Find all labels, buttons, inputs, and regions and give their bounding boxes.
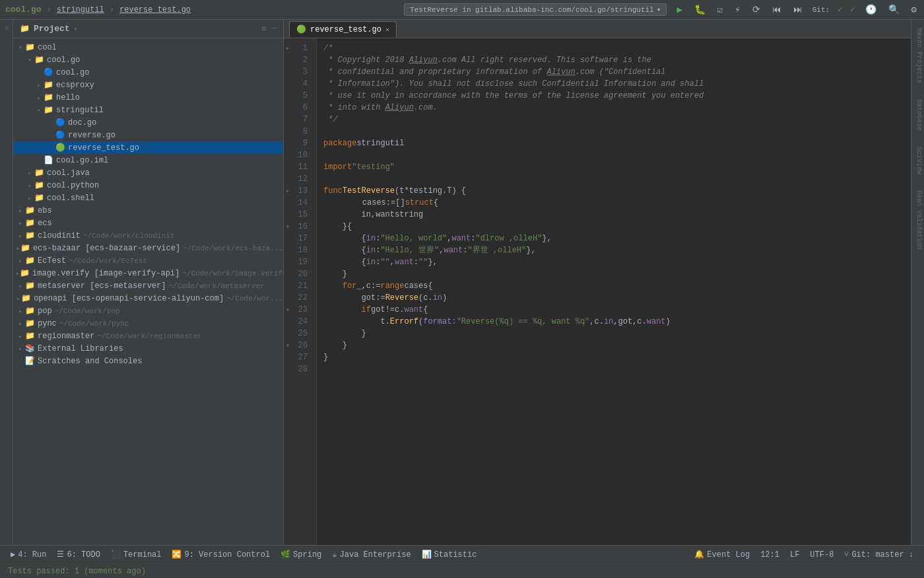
right-sidebar: Maven Projects Database SciView Bean Val… (911, 20, 924, 545)
folder-icon: 📁 (25, 218, 35, 228)
breadcrumb-file[interactable]: reverse_test.go (119, 5, 191, 15)
tree-item-reversetestgo[interactable]: 🟢 reverse_test.go (13, 141, 283, 154)
tree-container[interactable]: ▾ 📁 cool ▾ 📁 cool.go 🔵 cool.go ▸ 📁 ecspr… (13, 38, 283, 545)
je-status-label: Java Enterprise (340, 550, 411, 560)
tree-item-metaserver[interactable]: ▸ 📁 metaserver [ecs-metaserver] ~/Code/w… (13, 279, 283, 292)
status-encoding[interactable]: UTF-8 (805, 546, 839, 564)
terminal-status-icon: ⬛ (111, 550, 121, 560)
tree-item-ectest[interactable]: ▸ 📁 EcTest ~/Code/work/EcTest (13, 254, 283, 267)
code-line-27: } (323, 351, 911, 363)
tree-label: pop (38, 307, 52, 316)
search-icon[interactable]: 🔍 (886, 3, 902, 17)
sciview-label[interactable]: SciView (911, 139, 924, 182)
status-spring[interactable]: 🌿 Spring (275, 546, 327, 564)
status-version-control[interactable]: 🔀 9: Version Control (166, 546, 275, 564)
fold-26[interactable]: ▾ (284, 342, 292, 349)
todo-status-label: 6: TODO (67, 550, 100, 560)
tree-item-coolshell[interactable]: ▸ 📁 cool.shell (13, 192, 283, 204)
bottom-bar: Tests passed: 1 (moments ago) (0, 563, 924, 578)
tree-label: metaserver [ecs-metaserver] (38, 281, 166, 291)
tree-item-iml[interactable]: 📄 cool.go.iml (13, 154, 283, 166)
tree-item-extlibs[interactable]: ▸ 📚 External Libraries (13, 342, 283, 355)
tab-reverse-test[interactable]: 🟢 reverse_test.go ✕ (289, 21, 397, 38)
tree-arrow: ▸ (16, 295, 21, 303)
sidebar-icons-left: ≡ (0, 20, 13, 545)
tree-item-coolgo[interactable]: ▾ 📁 cool.go (13, 54, 283, 66)
gear-icon[interactable]: ⚙ (262, 24, 267, 34)
run-status-label: 4: Run (18, 550, 46, 560)
tree-label: reverse_test.go (68, 143, 139, 153)
status-statistic[interactable]: 📊 Statistic (416, 546, 482, 564)
tree-item-openapi[interactable]: ▸ 📁 openapi [ecs-openapi-service-aliyun-… (13, 292, 283, 305)
fold-13[interactable]: ▸ (284, 187, 292, 195)
tree-item-ebs[interactable]: ▸ 📁 ebs (13, 204, 283, 217)
maven-projects-label[interactable]: Maven Projects (911, 20, 924, 91)
go-file-icon: 🔵 (44, 67, 53, 77)
run-button[interactable]: ▶ (675, 3, 684, 17)
fold-23[interactable]: ▾ (284, 306, 292, 314)
tree-item-ecs[interactable]: ▸ 📁 ecs (13, 217, 283, 229)
breadcrumb-sep2: › (110, 5, 114, 15)
tree-item-reversego[interactable]: 🔵 reverse.go (13, 129, 283, 141)
tree-arrow: ▸ (34, 94, 44, 102)
status-todo[interactable]: ☰ 6: TODO (51, 546, 105, 564)
project-folder-icon: 📁 (20, 24, 30, 34)
fold-1[interactable]: ▸ (284, 44, 292, 52)
status-run[interactable]: ▶ 4: Run (5, 546, 51, 564)
git-history-icon[interactable]: 🕐 (863, 3, 878, 17)
editor-tabs-row: 🟢 reverse_test.go ✕ (284, 20, 911, 38)
folder-icon: 📁 (20, 268, 30, 278)
toolbar-icon1[interactable]: ⟳ (750, 3, 762, 17)
folder-icon: 📁 (25, 205, 35, 215)
tree-item-cooljava[interactable]: ▸ 📁 cool.java (13, 166, 283, 179)
terminal-status-label: Terminal (123, 550, 162, 560)
status-git-branch[interactable]: ⑂ Git: master ↓ (839, 546, 919, 564)
profile-button[interactable]: ⚡ (733, 3, 742, 17)
tree-item-root[interactable]: ▾ 📁 cool (13, 41, 283, 54)
tree-hint: ~/Code/work/EcTest (69, 257, 147, 265)
tree-item-coolpython[interactable]: ▸ 📁 cool.python (13, 179, 283, 192)
tree-item-pync[interactable]: ▸ 📁 pync ~/Code/work/pync (13, 317, 283, 330)
bean-validation-label[interactable]: Bean Validation (911, 182, 924, 258)
settings-icon[interactable]: ⚙ (909, 3, 919, 17)
minimize-icon[interactable]: — (272, 24, 277, 34)
tree-item-hello[interactable]: ▸ 📁 hello (13, 91, 283, 104)
code-line-28 (323, 363, 911, 375)
status-java-enterprise[interactable]: ☕ Java Enterprise (327, 546, 416, 564)
event-log-icon: 🔔 (694, 550, 704, 560)
tree-item-scratches[interactable]: 📝 Scratches and Consoles (13, 355, 283, 367)
folder-icon: 📁 (44, 92, 53, 102)
run-config[interactable]: TestReverse in gitlab.alibaba-inc.com/co… (404, 3, 667, 16)
status-terminal[interactable]: ⬛ Terminal (106, 546, 167, 564)
left-icon-structure[interactable]: ≡ (3, 26, 10, 30)
status-event-log[interactable]: 🔔 Event Log (689, 546, 755, 564)
code-line-17: { in: "Hello, world", want: "dlrow ,olle… (323, 233, 911, 244)
tree-item-regionmaster[interactable]: ▸ 📁 regionmaster ~/Code/work/regionmaste… (13, 330, 283, 342)
fold-16[interactable]: ▾ (284, 223, 292, 231)
tree-item-cloudinit[interactable]: ▸ 📁 cloudinit ~/Code/work/cloudinit (13, 229, 283, 242)
tree-item-pop[interactable]: ▸ 📁 pop ~/Code/work/pop (13, 305, 283, 317)
tree-item-ecsproxy[interactable]: ▸ 📁 ecsproxy (13, 79, 283, 91)
toolbar-icon3[interactable]: ⏭ (791, 3, 805, 17)
tree-label: openapi [ecs-openapi-service-aliyun-com] (34, 294, 224, 303)
git-label: Git: (812, 6, 830, 14)
breadcrumb-stringutil[interactable]: stringutil (57, 5, 104, 15)
go-test-file-icon: 🟢 (55, 143, 65, 153)
tree-item-imageverify[interactable]: ▸ 📁 image.verify [image-verify-api] ~/Co… (13, 267, 283, 279)
tab-close-icon[interactable]: ✕ (385, 26, 389, 34)
tree-label: cool.go (56, 68, 89, 77)
project-dropdown-icon[interactable]: ▾ (74, 25, 78, 33)
status-cursor-pos[interactable]: 12:1 (755, 546, 785, 564)
tree-item-stringutil[interactable]: ▾ 📁 stringutil (13, 104, 283, 116)
debug-button[interactable]: 🐛 (692, 3, 708, 17)
line-gutter: ▸1 2 3 4 5 6 7 8 9 10 11 12 ▸13 14 15 (284, 38, 317, 545)
je-status-icon: ☕ (332, 550, 337, 560)
status-line-feed[interactable]: LF (785, 546, 805, 564)
tree-item-ecsbazaar[interactable]: ▸ 📁 ecs-bazaar [ecs-bazaar-service] ~/Co… (13, 242, 283, 254)
tree-item-docgo[interactable]: 🔵 doc.go (13, 116, 283, 129)
coverage-button[interactable]: ☑ (715, 3, 725, 17)
database-label[interactable]: Database (911, 91, 924, 139)
code-editor[interactable]: /* * Copyright 2018 Aliyun.com All right… (317, 38, 911, 545)
tree-item-coolgofile[interactable]: 🔵 cool.go (13, 66, 283, 79)
toolbar-icon2[interactable]: ⏮ (770, 3, 783, 17)
